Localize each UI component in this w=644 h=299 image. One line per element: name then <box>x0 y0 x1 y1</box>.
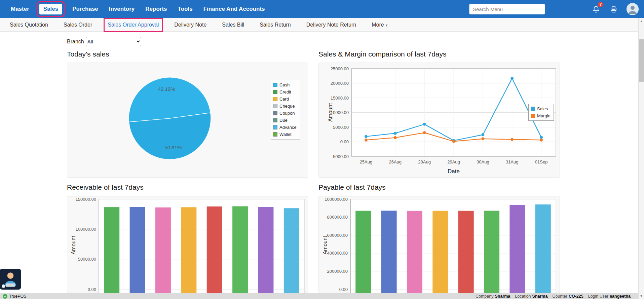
nav-item-inventory[interactable]: Inventory <box>108 4 136 14</box>
print-button[interactable] <box>609 5 618 13</box>
bar-3 <box>432 211 448 293</box>
svg-text:Amount: Amount <box>71 236 76 255</box>
mascot-icon <box>0 269 21 290</box>
subnav-item-label: Sales Order Approval <box>108 22 159 28</box>
svg-text:150000.00: 150000.00 <box>76 197 96 202</box>
footer-company: CompanySharma <box>476 294 510 299</box>
footer-field-value: CO-225 <box>569 294 583 299</box>
bar-7 <box>535 204 551 293</box>
bar-5 <box>232 206 248 293</box>
bar-7 <box>284 208 299 293</box>
subnav-item-sales-quotation[interactable]: Sales Quotation <box>9 21 49 29</box>
footer-counter: CounterCO-225 <box>552 294 583 299</box>
legend-label: Cheque <box>279 104 295 109</box>
notifications-button[interactable]: 7 <box>592 5 600 13</box>
nav-item-sales[interactable]: Sales <box>39 4 62 14</box>
legend-swatch-icon <box>531 107 535 111</box>
subnav-item-sales-return[interactable]: Sales Return <box>259 21 292 29</box>
chevron-down-icon: ▾ <box>386 23 388 28</box>
receivable-bar-chart: 0.0050000.00100000.00150000.00Amount <box>67 196 308 293</box>
receivable-panel: 0.0050000.00100000.00150000.00Amount <box>67 196 308 293</box>
svg-text:800000.00: 800000.00 <box>327 215 348 220</box>
svg-text:5000.00: 5000.00 <box>333 125 349 130</box>
footer-login-user: Login Usersangeetha <box>588 294 631 299</box>
legend-label: Card <box>279 97 289 102</box>
notification-badge: 7 <box>598 2 603 7</box>
bar-3 <box>181 207 196 293</box>
legend-swatch-icon <box>273 118 277 122</box>
scroll-up-icon[interactable]: ▲ <box>639 20 644 23</box>
legend-item-credit[interactable]: Credit <box>273 88 298 96</box>
sales-margin-title: Sales & Margin comparison of last 7days <box>318 50 447 58</box>
footer-field-label: Company <box>476 294 494 299</box>
legend-swatch-icon <box>531 114 535 118</box>
footer-field-label: Location <box>515 294 531 299</box>
printer-icon <box>610 5 617 13</box>
svg-text:Amount: Amount <box>322 236 328 255</box>
subnav-item-sales-order-approval[interactable]: Sales Order Approval <box>107 21 159 29</box>
legend-item-margin[interactable]: Margin <box>531 112 552 119</box>
bar-6 <box>509 205 525 293</box>
online-status-icon <box>3 294 7 299</box>
legend-item-sales[interactable]: Sales <box>531 105 552 112</box>
bar-0 <box>355 211 371 293</box>
scroll-down-icon[interactable]: ▼ <box>639 294 644 298</box>
legend-item-coupon[interactable]: Coupon <box>273 110 298 117</box>
nav-item-master[interactable]: Master <box>10 4 30 14</box>
receivable-title: Receivable of last 7days <box>67 183 144 191</box>
footer-field-value: Sharma <box>495 294 510 299</box>
svg-text:15000.00: 15000.00 <box>331 96 349 101</box>
legend-label: Due <box>279 118 288 123</box>
sub-nav: Sales QuotationSales OrderSales Order Ap… <box>0 18 638 32</box>
nav-item-finance-and-accounts[interactable]: Finance And Accounts <box>203 4 266 14</box>
legend-item-wallet[interactable]: Wallet <box>273 131 298 138</box>
todays-sales-title: Today's sales <box>67 50 109 58</box>
legend-item-card[interactable]: Card <box>273 96 298 103</box>
search-menu-input[interactable] <box>469 4 545 14</box>
help-mascot[interactable] <box>0 269 21 290</box>
payable-bar-chart: 0.00200000.00400000.00600000.00800000.00… <box>319 196 560 293</box>
svg-text:400000.00: 400000.00 <box>327 251 348 256</box>
svg-text:28Aug: 28Aug <box>418 159 431 164</box>
subnav-item-label: Sales Bill <box>222 22 244 28</box>
svg-text:50.81%: 50.81% <box>164 145 182 150</box>
subnav-item-label: Sales Return <box>260 22 291 28</box>
subnav-item-more[interactable]: More▾ <box>371 21 388 29</box>
legend-label: Wallet <box>279 132 292 137</box>
vertical-scrollbar[interactable]: ▲ ▼ <box>638 18 644 299</box>
svg-text:100000.00: 100000.00 <box>76 227 96 232</box>
bar-1 <box>381 211 397 293</box>
svg-text:31Aug: 31Aug <box>506 159 519 164</box>
user-avatar[interactable] <box>627 3 639 15</box>
nav-item-purchase[interactable]: Purchase <box>72 4 99 14</box>
nav-item-reports[interactable]: Reports <box>145 4 167 14</box>
scrollbar-thumb[interactable] <box>639 39 644 82</box>
subnav-item-delivery-note-return[interactable]: Delivery Note Return <box>306 21 357 29</box>
subnav-item-sales-bill[interactable]: Sales Bill <box>221 21 245 29</box>
truepos-dashboard: MasterSalesPurchaseInventoryReportsTools… <box>0 0 644 299</box>
svg-text:26Aug: 26Aug <box>389 159 402 164</box>
legend-item-cheque[interactable]: Cheque <box>273 103 298 110</box>
branch-select[interactable]: All <box>86 37 141 46</box>
svg-text:29Aug: 29Aug <box>447 159 460 164</box>
footer-location: LocationSharma <box>515 294 547 299</box>
svg-text:Amount: Amount <box>328 103 333 122</box>
svg-text:0.00: 0.00 <box>88 287 96 292</box>
bar-4 <box>207 207 222 293</box>
subnav-item-label: Sales Quotation <box>10 22 48 28</box>
subnav-item-sales-order[interactable]: Sales Order <box>63 21 93 29</box>
footer-field-label: Counter <box>552 294 567 299</box>
legend-label: Margin <box>537 113 551 118</box>
bar-0 <box>104 207 119 293</box>
legend-item-advance[interactable]: Advance <box>273 124 298 131</box>
legend-item-cash[interactable]: Cash <box>273 81 298 88</box>
sales-margin-line-chart: -5000.000.005000.0010000.0015000.0020000… <box>319 63 560 178</box>
svg-text:1000000.00: 1000000.00 <box>325 197 348 202</box>
subnav-item-delivery-note[interactable]: Delivery Note <box>174 21 207 29</box>
main-nav: MasterSalesPurchaseInventoryReportsTools… <box>10 4 266 14</box>
bar-4 <box>458 211 474 293</box>
legend-item-due[interactable]: Due <box>273 117 298 124</box>
nav-item-tools[interactable]: Tools <box>177 4 193 14</box>
legend-label: Advance <box>279 125 297 130</box>
legend-swatch-icon <box>273 83 277 87</box>
